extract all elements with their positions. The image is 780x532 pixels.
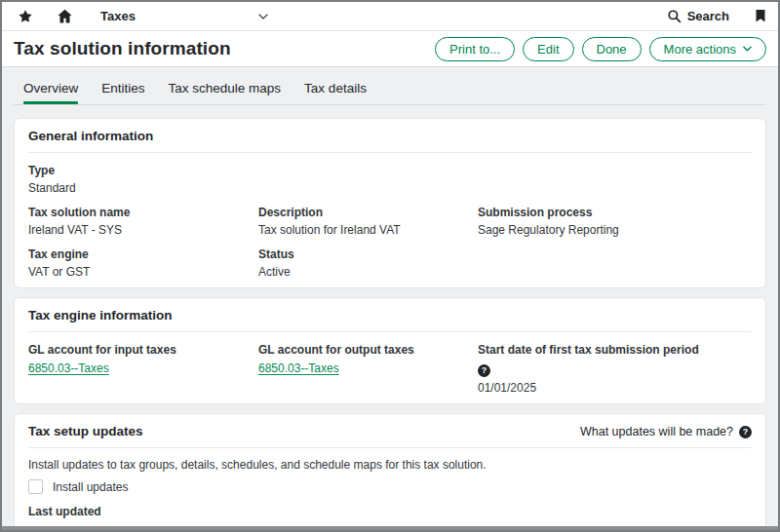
done-button[interactable]: Done	[582, 37, 642, 61]
last-updated-label: Last updated	[28, 505, 752, 518]
install-updates-label: Install updates	[53, 480, 128, 494]
tab-overview[interactable]: Overview	[23, 81, 78, 104]
type-value: Standard	[28, 181, 258, 195]
general-information-header: General information	[28, 129, 752, 153]
tab-bar: Overview Entities Tax schedule maps Tax …	[14, 67, 766, 105]
start-date-value: 01/01/2025	[478, 381, 752, 395]
status-label: Status	[258, 247, 478, 261]
tax-setup-updates-description: Install updates to tax groups, details, …	[28, 458, 752, 473]
description-label: Description	[258, 206, 478, 219]
tax-engine-information-header: Tax engine information	[28, 308, 752, 332]
chevron-down-icon	[258, 14, 268, 19]
status-value: Active	[258, 265, 478, 279]
page-title: Tax solution information	[14, 38, 231, 59]
tax-solution-name-value: Ireland VAT - SYS	[28, 223, 258, 237]
top-navigation-bar: Taxes Search	[2, 2, 778, 31]
general-row-2: Tax solution name Ireland VAT - SYS Desc…	[28, 195, 752, 237]
chevron-down-icon	[743, 46, 752, 52]
gl-output-taxes-field: GL account for output taxes 6850.03--Tax…	[258, 343, 478, 395]
start-date-label: Start date of first tax submission perio…	[478, 343, 752, 357]
tax-engine-value: VAT or GST	[28, 265, 258, 279]
bookmark-icon[interactable]	[755, 9, 766, 23]
tax-setup-updates-header: Tax setup updates What updates will be m…	[28, 424, 752, 448]
tax-solution-name-field: Tax solution name Ireland VAT - SYS	[28, 206, 258, 237]
submission-process-field: Submission process Sage Regulatory Repor…	[478, 206, 752, 237]
more-actions-label: More actions	[664, 42, 736, 57]
search-button[interactable]: Search	[667, 9, 729, 23]
general-information-title: General information	[28, 129, 153, 144]
more-actions-button[interactable]: More actions	[649, 37, 766, 61]
tax-engine-information-card: Tax engine information GL account for in…	[14, 297, 766, 404]
install-updates-row[interactable]: Install updates	[28, 479, 752, 494]
status-field: Status Active	[258, 247, 478, 279]
search-label: Search	[687, 9, 729, 23]
what-updates-help-link[interactable]: What updates will be made? ?	[580, 425, 752, 438]
tax-setup-updates-card: Tax setup updates What updates will be m…	[14, 413, 766, 530]
start-date-field: Start date of first tax submission perio…	[478, 343, 752, 395]
general-row-3: Tax engine VAT or GST Status Active	[28, 237, 752, 279]
tab-tax-schedule-maps[interactable]: Tax schedule maps	[169, 81, 282, 104]
type-label: Type	[28, 164, 258, 177]
gl-input-taxes-label: GL account for input taxes	[28, 343, 258, 357]
type-field: Type Standard	[28, 164, 258, 195]
favorites-star-icon[interactable]	[18, 9, 33, 24]
install-updates-checkbox[interactable]	[28, 479, 43, 494]
what-updates-help-text: What updates will be made?	[580, 425, 733, 438]
module-dropdown[interactable]: Taxes	[100, 9, 268, 23]
gl-output-account-link[interactable]: 6850.03--Taxes	[258, 361, 339, 375]
tax-engine-field: Tax engine VAT or GST	[28, 247, 258, 279]
page-header: Tax solution information Print to... Edi…	[2, 31, 778, 67]
tax-engine-information-title: Tax engine information	[28, 308, 173, 323]
gl-output-taxes-label: GL account for output taxes	[258, 343, 478, 357]
tax-setup-updates-title: Tax setup updates	[28, 424, 143, 439]
window-bottom-edge	[2, 526, 778, 530]
submission-process-value: Sage Regulatory Reporting	[478, 223, 752, 237]
tab-entities[interactable]: Entities	[101, 81, 144, 104]
module-dropdown-label: Taxes	[100, 9, 136, 23]
description-field: Description Tax solution for Ireland VAT	[258, 206, 478, 237]
print-to-button[interactable]: Print to...	[435, 37, 515, 61]
submission-process-label: Submission process	[478, 206, 752, 219]
tax-engine-label: Tax engine	[28, 247, 258, 261]
home-icon[interactable]	[57, 8, 73, 24]
gl-input-taxes-field: GL account for input taxes 6850.03--Taxe…	[28, 343, 258, 395]
description-value: Tax solution for Ireland VAT	[258, 223, 478, 237]
tax-engine-row: GL account for input taxes 6850.03--Taxe…	[28, 332, 752, 395]
start-date-help-row: ?	[478, 360, 752, 377]
tab-tax-details[interactable]: Tax details	[304, 81, 367, 104]
help-icon: ?	[739, 426, 752, 438]
edit-button[interactable]: Edit	[523, 37, 573, 61]
gl-input-account-link[interactable]: 6850.03--Taxes	[28, 361, 109, 375]
general-row-1: Type Standard	[28, 153, 752, 195]
header-actions: Print to... Edit Done More actions	[435, 37, 766, 61]
help-icon[interactable]: ?	[478, 364, 490, 377]
tax-solution-name-label: Tax solution name	[28, 206, 258, 219]
search-icon	[667, 9, 682, 23]
page-content: Overview Entities Tax schedule maps Tax …	[2, 67, 778, 530]
topbar-right-group: Search	[667, 9, 768, 23]
general-information-card: General information Type Standard Tax so…	[14, 118, 766, 288]
app-window: Taxes Search Tax solution information Pr…	[0, 0, 780, 532]
